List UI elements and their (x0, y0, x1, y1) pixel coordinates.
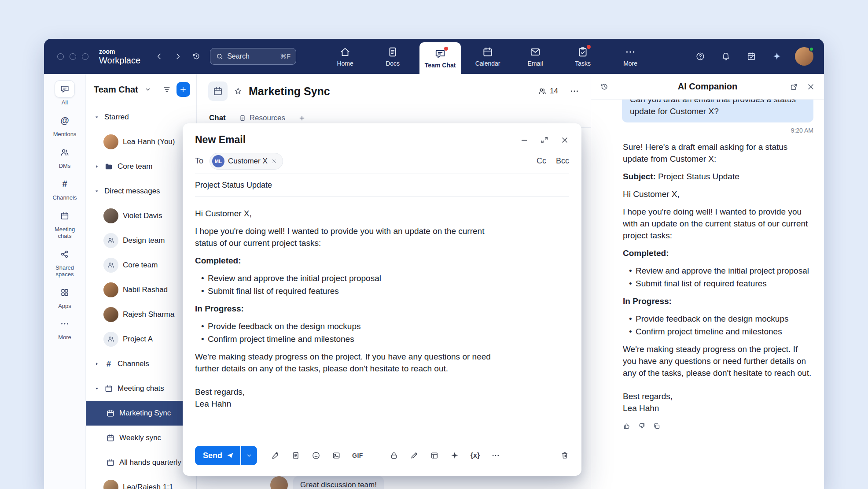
search-input[interactable]: Search ⌘F (210, 48, 296, 65)
notifications-button[interactable] (718, 49, 733, 64)
filter-button[interactable] (161, 83, 173, 96)
group-avatar (103, 233, 118, 248)
ai-sparkle-icon (603, 142, 615, 154)
subject-field[interactable]: Project Status Update (195, 174, 569, 197)
chat-item-marketing-sync[interactable]: Marketing Sync (86, 401, 196, 426)
rail-item-shared-spaces[interactable]: Shared spaces (45, 244, 85, 279)
sidebar-title-dropdown[interactable] (142, 83, 154, 96)
rail-item-apps[interactable]: Apps (45, 283, 85, 311)
cc-button[interactable]: Cc (537, 156, 546, 166)
ai-history-button[interactable] (600, 82, 609, 91)
chevron-down-icon (246, 452, 253, 459)
modal-expand-button[interactable] (540, 136, 549, 144)
chat-item-core-team[interactable]: Core team (86, 253, 196, 278)
logo-zoom-text: zoom (99, 48, 140, 55)
meeting-calendar-tile (208, 82, 228, 101)
chat-item-lea-hanh[interactable]: Lea Hanh (You) (86, 130, 196, 154)
window-close-button[interactable] (57, 53, 64, 60)
ai-pop-out-button[interactable] (790, 82, 798, 91)
history-button[interactable] (189, 49, 204, 64)
hash-icon: # (104, 359, 113, 369)
list-item: Review and approve the initial project p… (200, 272, 508, 284)
chat-item-weekly-sync[interactable]: Weekly sync (86, 426, 196, 450)
message-bubble: Great discussion team! (293, 476, 384, 489)
ai-close-button[interactable] (806, 82, 815, 91)
chat-item-violet-davis[interactable]: Violet Davis (86, 204, 196, 228)
emoji-button[interactable] (312, 451, 320, 460)
nav-more[interactable]: More (610, 39, 651, 74)
modal-minimize-button[interactable] (520, 136, 529, 144)
participants-button[interactable]: 14 (538, 87, 558, 96)
help-button[interactable] (693, 49, 708, 64)
send-button[interactable]: Send (195, 446, 240, 465)
upcoming-meetings-button[interactable] (744, 49, 759, 64)
star-favorite-button[interactable] (234, 87, 243, 96)
bcc-button[interactable]: Bcc (556, 156, 569, 166)
caret-down-icon (94, 385, 100, 392)
bell-icon (721, 52, 731, 61)
rail-item-channels[interactable]: # Channels (45, 174, 85, 202)
section-meeting-chats[interactable]: Meeting chats (86, 376, 196, 401)
nav-team-chat[interactable]: Team Chat (419, 42, 461, 74)
nav-email[interactable]: Email (515, 39, 556, 74)
rail-item-dms[interactable]: DMs (45, 143, 85, 170)
format-button[interactable] (271, 451, 280, 460)
forward-button[interactable] (170, 49, 185, 64)
list-item: Provide feedback on the design mockups (628, 313, 813, 325)
send-options-button[interactable] (241, 446, 257, 465)
attach-file-button[interactable] (291, 451, 300, 460)
list-item: Provide feedback on the design mockups (200, 320, 508, 332)
chat-more-options-button[interactable] (570, 86, 579, 96)
encryption-button[interactable] (390, 451, 398, 460)
nav-tasks[interactable]: Tasks (562, 39, 603, 74)
ai-compose-button[interactable] (450, 451, 459, 460)
chat-item-all-hands-quarterly[interactable]: All hands quarterly (86, 450, 196, 475)
insert-image-button[interactable] (332, 451, 341, 460)
copy-icon (653, 422, 661, 430)
toolbar-more-button[interactable] (491, 451, 500, 460)
email-completed-heading: Completed: (195, 255, 508, 267)
variables-button[interactable]: {x} (471, 452, 480, 459)
rail-item-meeting-chats[interactable]: Meeting chats (45, 206, 85, 241)
back-button[interactable] (152, 49, 167, 64)
remove-recipient-button[interactable] (271, 158, 277, 164)
chat-title: Marketing Sync (249, 85, 330, 98)
ai-companion-button[interactable] (769, 49, 784, 64)
sidebar-title: Team Chat (94, 85, 138, 95)
window-minimize-button[interactable] (70, 53, 76, 60)
signature-button[interactable] (410, 451, 419, 460)
thumbs-down-button[interactable] (638, 422, 646, 430)
section-channels[interactable]: # Channels (86, 352, 196, 376)
thumbs-up-button[interactable] (623, 422, 631, 430)
ai-response: Sure! Here's a draft email asking for a … (602, 141, 813, 430)
gif-button[interactable]: GIF (352, 452, 363, 459)
team-chat-notification-dot (444, 47, 448, 51)
chat-item-rajesh-sharma[interactable]: Rajesh Sharma (86, 302, 196, 327)
window-zoom-button[interactable] (82, 53, 88, 60)
rail-item-all[interactable]: All (45, 79, 85, 107)
chat-item-lea-rajesh[interactable]: Lea/Rajesh 1:1 (86, 475, 196, 489)
rail-item-mentions[interactable]: @ Mentions (45, 111, 85, 139)
section-direct-messages[interactable]: Direct messages (86, 179, 196, 204)
email-intro: I hope you're doing well! I wanted to pr… (195, 225, 508, 249)
new-chat-button[interactable] (177, 82, 190, 97)
ai-completed-list: Review and approve the initial project p… (623, 265, 813, 289)
section-starred[interactable]: Starred (86, 105, 196, 130)
chat-item-project-a[interactable]: Project A (86, 327, 196, 352)
chat-item-nabil-rashad[interactable]: Nabil Rashad (86, 278, 196, 302)
at-icon: @ (60, 115, 69, 126)
user-avatar[interactable] (795, 47, 813, 66)
copy-button[interactable] (653, 422, 661, 430)
nav-calendar[interactable]: Calendar (467, 39, 508, 74)
nav-home[interactable]: Home (324, 39, 366, 74)
rail-item-more[interactable]: More (45, 314, 85, 342)
template-button[interactable] (430, 451, 439, 460)
discard-draft-button[interactable] (560, 451, 569, 460)
chat-item-core-team-folder[interactable]: Core team (86, 154, 196, 179)
nav-docs[interactable]: Docs (372, 39, 413, 74)
tasks-notification-dot (587, 45, 591, 49)
email-body-editor[interactable]: Hi Customer X, I hope you're doing well!… (195, 197, 508, 441)
recipient-chip[interactable]: ML Customer X (210, 153, 283, 170)
modal-close-button[interactable] (560, 136, 569, 144)
chat-item-design-team[interactable]: Design team (86, 228, 196, 253)
